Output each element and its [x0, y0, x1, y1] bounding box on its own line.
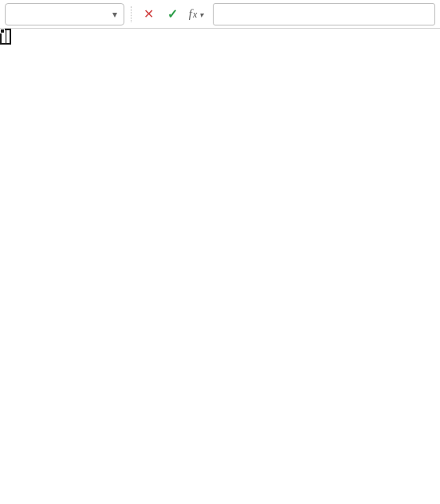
check-icon: ✓: [167, 6, 178, 21]
fill-handle[interactable]: [0, 29, 5, 33]
formula-bar: ▾ ✕ ✓ fx▾: [0, 0, 440, 29]
spreadsheet-grid[interactable]: [0, 29, 440, 504]
fx-button[interactable]: fx▾: [186, 4, 206, 25]
formula-input[interactable]: [213, 3, 435, 25]
fx-icon: fx▾: [189, 7, 204, 21]
accept-button[interactable]: ✓: [162, 4, 183, 25]
name-box[interactable]: ▾: [5, 3, 124, 25]
cancel-button[interactable]: ✕: [138, 4, 159, 25]
x-icon: ✕: [143, 6, 154, 21]
text-caret: [6, 30, 6, 43]
separator: [131, 6, 132, 22]
chevron-down-icon: ▾: [112, 9, 117, 20]
